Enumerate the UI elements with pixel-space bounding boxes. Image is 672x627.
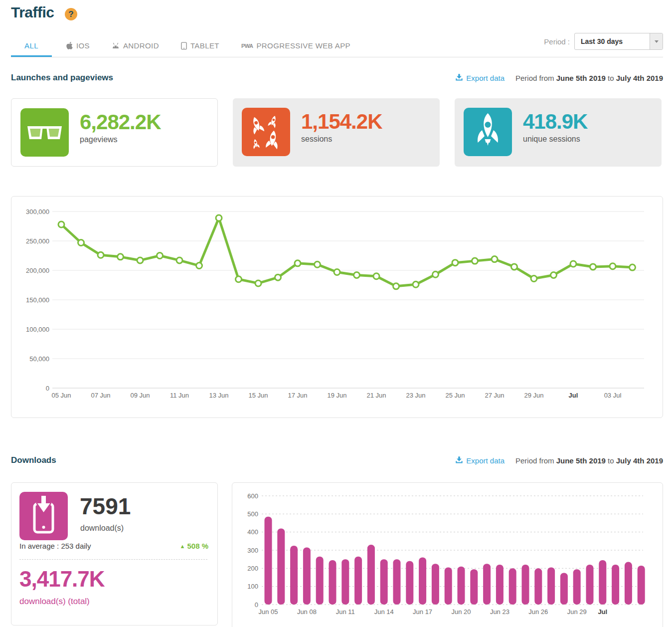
downloads-total-value: 3,417.7K	[19, 567, 105, 592]
section-title-launches: Launches and pageviews	[11, 73, 113, 83]
launches-section-header: Launches and pageviews Export data Perio…	[11, 71, 663, 84]
svg-text:23 Jun: 23 Jun	[406, 392, 425, 399]
glasses-icon	[20, 108, 69, 157]
svg-text:17 Jun: 17 Jun	[288, 392, 307, 399]
svg-text:27 Jun: 27 Jun	[485, 392, 504, 399]
svg-text:Jun 14: Jun 14	[374, 608, 394, 616]
stat-card-pageviews[interactable]: 6,282.2K pageviews	[11, 98, 218, 167]
stat-cards-row: 6,282.2K pageviews	[11, 98, 662, 167]
svg-text:Jun 23: Jun 23	[490, 608, 509, 616]
downloads-summary-card[interactable]: 7591 download(s) In average : 253 daily …	[11, 482, 218, 626]
period-select-value: Last 30 days	[575, 33, 650, 49]
svg-text:50,000: 50,000	[29, 355, 49, 363]
stat-card-sessions[interactable]: 1,154.2K sessions	[233, 98, 440, 167]
period-label: Period :	[544, 37, 570, 46]
unique-sessions-value: 418.9K	[523, 111, 662, 133]
svg-text:21 Jun: 21 Jun	[366, 392, 386, 399]
up-triangle-icon: ▲	[179, 543, 185, 549]
sessions-label: sessions	[301, 135, 440, 144]
downloads-bar-chart-svg: 0100200300400500600Jun 05Jun 08Jun 11Jun…	[232, 483, 663, 627]
export-data-link-downloads[interactable]: Export data	[455, 456, 504, 465]
svg-text:0: 0	[255, 601, 258, 609]
svg-text:Jun 05: Jun 05	[258, 608, 278, 616]
svg-text:100,000: 100,000	[26, 326, 49, 333]
download-icon	[455, 456, 463, 465]
svg-text:100: 100	[247, 583, 258, 590]
svg-text:Jun 17: Jun 17	[413, 608, 432, 616]
period-from-date: June 5th 2019	[556, 456, 606, 465]
svg-text:500: 500	[247, 510, 258, 518]
rockets-icon	[242, 108, 290, 156]
svg-text:200,000: 200,000	[26, 267, 49, 274]
svg-text:400: 400	[247, 528, 258, 536]
svg-text:11 Jun: 11 Jun	[170, 392, 189, 399]
downloads-section-tools: Export data Period from June 5th 2019 to…	[455, 456, 663, 465]
export-data-link-launches[interactable]: Export data	[455, 73, 504, 83]
tab-all-label: ALL	[24, 41, 38, 50]
pwa-icon: PWA	[241, 43, 253, 49]
period-to-date: July 4th 2019	[616, 74, 663, 82]
svg-text:07 Jun: 07 Jun	[91, 392, 110, 399]
pageviews-label: pageviews	[80, 135, 217, 144]
downloads-total-label: download(s) (total)	[19, 597, 90, 607]
sessions-value: 1,154.2K	[301, 111, 440, 133]
svg-text:19 Jun: 19 Jun	[327, 392, 346, 399]
svg-text:29 Jun: 29 Jun	[524, 392, 543, 399]
svg-text:15 Jun: 15 Jun	[248, 392, 268, 399]
tab-tablet-label: TABLET	[190, 41, 219, 50]
downloads-section-header: Downloads Export data Period from June 5…	[11, 454, 663, 467]
phone-download-icon	[19, 492, 68, 540]
tab-progressive-web-app[interactable]: PWA PROGRESSIVE WEB APP	[234, 34, 358, 57]
question-mark-icon[interactable]: ?	[65, 8, 77, 20]
downloads-average: In average : 253 daily	[19, 542, 91, 550]
pageviews-value: 6,282.2K	[80, 111, 217, 133]
downloads-value: 7591	[80, 493, 131, 520]
svg-text:0: 0	[46, 385, 49, 392]
launches-line-chart-svg: 050,000100,000150,000200,000250,000300,0…	[11, 197, 663, 418]
svg-text:25 Jun: 25 Jun	[445, 392, 465, 399]
downloads-delta-value: 508 %	[187, 542, 208, 550]
export-data-label: Export data	[466, 74, 504, 82]
tab-tablet[interactable]: TABLET	[173, 34, 227, 57]
tab-ios[interactable]: IOS	[59, 34, 97, 57]
svg-text:03 Jul: 03 Jul	[604, 392, 622, 399]
rocket-icon	[464, 108, 512, 156]
stat-card-unique-sessions[interactable]: 418.9K unique sessions	[455, 98, 662, 167]
downloads-bar-chart-card: 0100200300400500600Jun 05Jun 08Jun 11Jun…	[232, 482, 663, 627]
svg-text:Jun 11: Jun 11	[336, 608, 355, 616]
svg-text:Jul: Jul	[569, 392, 578, 399]
tab-android-label: ANDROID	[123, 41, 159, 50]
tab-all[interactable]: ALL	[11, 34, 52, 57]
launches-section-tools: Export data Period from June 5th 2019 to…	[455, 73, 663, 83]
period-to-date: July 4th 2019	[616, 456, 663, 465]
svg-text:600: 600	[247, 492, 258, 500]
svg-text:300: 300	[247, 547, 258, 554]
traffic-dashboard-page: Traffic ? ALL IOS ANDROID	[0, 0, 672, 627]
svg-text:Jul: Jul	[598, 608, 607, 616]
period-select[interactable]: Last 30 days	[574, 33, 663, 50]
unique-sessions-label: unique sessions	[523, 135, 662, 144]
svg-text:Jun 20: Jun 20	[451, 608, 471, 616]
period-range-text: Period from June 5th 2019 to July 4th 20…	[515, 74, 663, 82]
pageviews-line-chart-card: 050,000100,000150,000200,000250,000300,0…	[11, 196, 663, 418]
svg-text:300,000: 300,000	[26, 208, 49, 215]
tab-android[interactable]: ANDROID	[104, 34, 167, 57]
svg-text:05 Jun: 05 Jun	[51, 392, 71, 399]
svg-text:09 Jun: 09 Jun	[130, 392, 150, 399]
dashed-divider	[19, 559, 207, 560]
period-control: Period : Last 30 days	[544, 33, 663, 50]
downloads-delta-badge: ▲ 508 %	[179, 542, 208, 550]
page-title: Traffic	[11, 4, 54, 21]
export-data-label: Export data	[466, 456, 504, 465]
tab-pwa-label: PROGRESSIVE WEB APP	[256, 41, 350, 50]
svg-text:Jun 29: Jun 29	[567, 608, 587, 616]
svg-text:200: 200	[247, 565, 258, 572]
tablet-icon	[181, 42, 187, 50]
tab-ios-label: IOS	[76, 41, 90, 50]
chevron-down-icon[interactable]	[650, 33, 663, 49]
svg-text:250,000: 250,000	[26, 237, 49, 245]
svg-text:150,000: 150,000	[26, 296, 49, 304]
period-range-text: Period from June 5th 2019 to July 4th 20…	[515, 456, 663, 465]
android-icon	[112, 42, 120, 49]
svg-text:13 Jun: 13 Jun	[209, 392, 228, 399]
